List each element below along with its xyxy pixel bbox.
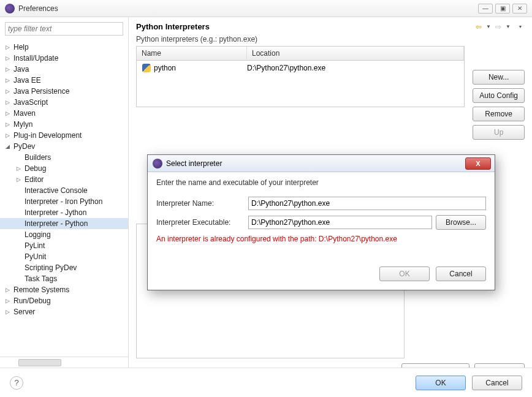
tree-item[interactable]: Debug (0, 163, 128, 174)
collapse-icon[interactable] (4, 143, 11, 149)
tree-item-label: Java EE (13, 76, 41, 85)
tree-item[interactable]: Task Tags (0, 273, 128, 284)
expand-icon[interactable] (4, 309, 11, 315)
tree-item[interactable]: Interpreter - Jython (0, 207, 128, 218)
row-location: D:\Python27\python.exe (247, 64, 459, 72)
expand-icon[interactable] (4, 298, 11, 304)
col-location[interactable]: Location (247, 47, 464, 60)
tree-item[interactable]: Install/Update (0, 53, 128, 64)
expand-icon[interactable] (4, 121, 11, 127)
forward-menu-icon[interactable]: ▼ (504, 23, 512, 31)
interpreter-name-label: Interpreter Name: (156, 199, 248, 208)
tree-item-label: Help (13, 43, 29, 51)
dialog-icon (153, 159, 162, 168)
tree-item-label: Scripting PyDev (25, 263, 77, 272)
tree-item[interactable]: Help (0, 42, 128, 53)
tree-item-label: Java (13, 65, 29, 74)
tree-item[interactable]: Plug-in Development (0, 130, 128, 141)
expand-icon[interactable] (4, 88, 11, 94)
interpreters-table[interactable]: Name Location python D:\Python27\python.… (136, 46, 465, 107)
row-name: python (154, 64, 176, 72)
tree-item[interactable]: Scripting PyDev (0, 262, 128, 273)
tree-item[interactable]: Logging (0, 229, 128, 240)
interpreter-name-input[interactable] (248, 197, 486, 210)
tree-item-label: Java Persistence (13, 87, 69, 96)
back-menu-icon[interactable]: ▼ (484, 23, 493, 31)
minimize-button[interactable]: — (478, 4, 493, 13)
tree-item-label: Maven (13, 109, 36, 118)
interpreter-exec-label: Interpreter Executable: (156, 218, 248, 227)
expand-icon[interactable] (15, 165, 22, 172)
dialog-title: Select interpreter (166, 159, 222, 168)
tree-item-label: PyDev (13, 142, 35, 151)
remove-button[interactable]: Remove (473, 107, 525, 121)
tree-item-label: Remote Systems (13, 285, 69, 294)
python-icon (142, 63, 151, 73)
expand-icon[interactable] (15, 176, 22, 183)
browse-button[interactable]: Browse... (436, 215, 486, 230)
tree-item[interactable]: Builders (0, 152, 128, 163)
tree-item[interactable]: Java (0, 64, 128, 75)
tree-item-label: Debug (25, 164, 46, 173)
tree-item-label: Install/Update (13, 54, 58, 62)
tree-item-label: JavaScript (13, 98, 48, 107)
tree-item[interactable]: Interpreter - Iron Python (0, 196, 128, 207)
expand-icon[interactable] (4, 44, 11, 50)
tree-item[interactable]: Maven (0, 108, 128, 119)
help-icon[interactable]: ? (10, 376, 23, 390)
expand-icon[interactable] (4, 66, 11, 72)
filter-input[interactable] (5, 22, 123, 36)
auto-config-button[interactable]: Auto Config (473, 88, 525, 103)
tree-item-label: Interpreter - Iron Python (25, 197, 102, 206)
expand-icon[interactable] (4, 287, 11, 293)
table-row[interactable]: python D:\Python27\python.exe (137, 61, 464, 75)
window-footer: ? OK Cancel (0, 368, 532, 397)
cancel-button[interactable]: Cancel (472, 376, 522, 390)
back-icon[interactable]: ⇦ (474, 23, 483, 31)
tree-item[interactable]: PyUnit (0, 251, 128, 262)
tree-item[interactable]: Remote Systems (0, 284, 128, 295)
dialog-cancel-button[interactable]: Cancel (436, 267, 486, 281)
preferences-sidebar: HelpInstall/UpdateJavaJava EEJava Persis… (0, 17, 129, 368)
expand-icon[interactable] (4, 77, 11, 83)
sidebar-scrollbar[interactable] (0, 357, 128, 368)
interpreter-exec-input[interactable] (248, 216, 432, 229)
up-button[interactable]: Up (473, 125, 525, 140)
dialog-close-button[interactable]: X (465, 157, 491, 170)
expand-icon[interactable] (4, 99, 11, 105)
new-button[interactable]: New... (473, 70, 525, 85)
dialog-ok-button[interactable]: OK (379, 267, 430, 281)
menu-icon[interactable]: ▾ (516, 23, 525, 31)
expand-icon[interactable] (4, 110, 11, 116)
tree-item-label: PyUnit (25, 252, 46, 261)
tree-item[interactable]: Run/Debug (0, 295, 128, 306)
tree-item[interactable]: Interactive Console (0, 185, 128, 196)
tree-item[interactable]: Mylyn (0, 119, 128, 130)
tree-item[interactable]: Interpreter - Python (0, 218, 128, 229)
tree-item[interactable]: Java Persistence (0, 86, 128, 97)
col-name[interactable]: Name (137, 47, 247, 60)
close-button[interactable]: ✕ (512, 4, 527, 13)
tree-item-label: Mylyn (13, 120, 32, 129)
maximize-button[interactable]: ▣ (495, 4, 510, 13)
tree-item-label: Plug-in Development (13, 131, 82, 140)
dialog-heading: Enter the name and executable of your in… (148, 172, 495, 193)
tree-item[interactable]: PyDev (0, 141, 128, 152)
tree-item[interactable]: Server (0, 306, 128, 317)
tree-item[interactable]: Java EE (0, 75, 128, 86)
expand-icon[interactable] (4, 55, 11, 61)
tree-item[interactable]: JavaScript (0, 97, 128, 108)
preferences-tree[interactable]: HelpInstall/UpdateJavaJava EEJava Persis… (0, 40, 128, 357)
tree-item-label: PyLint (25, 241, 45, 250)
panel-subheading: Python interpreters (e.g.: python.exe) (136, 35, 525, 43)
ok-button[interactable]: OK (416, 376, 466, 390)
titlebar: Preferences — ▣ ✕ (0, 0, 532, 17)
panel-title: Python Interpreters (136, 22, 210, 31)
window-title: Preferences (18, 4, 58, 13)
tree-item[interactable]: PyLint (0, 240, 128, 251)
tree-item-label: Builders (25, 153, 51, 162)
forward-icon[interactable]: ⇨ (494, 23, 503, 31)
tree-item[interactable]: Editor (0, 174, 128, 185)
expand-icon[interactable] (4, 132, 11, 138)
tree-item-label: Interactive Console (25, 186, 88, 195)
